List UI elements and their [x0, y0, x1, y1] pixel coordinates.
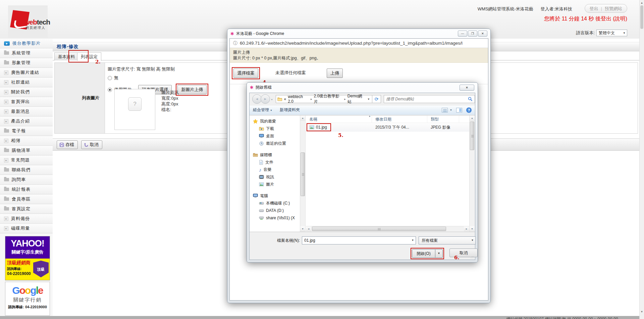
search-input[interactable]	[386, 97, 468, 101]
sidebar-item-newsletter[interactable]: 電子報	[0, 126, 53, 136]
sidebar-item-social-links[interactable]: ▸社群連結	[0, 78, 53, 87]
sidebar-item-members[interactable]: 會員專區	[0, 194, 53, 204]
organize-menu[interactable]: 組合管理▼	[253, 107, 272, 113]
tree-item-music[interactable]: ♪音樂	[250, 166, 300, 173]
scroll-down-icon[interactable]: ▼	[640, 310, 644, 314]
scroll-right-icon[interactable]: ►	[464, 226, 469, 231]
search-box[interactable]	[384, 95, 475, 103]
minimize-button[interactable]: —	[458, 31, 467, 37]
column-header-date[interactable]: 修改日期	[372, 116, 427, 123]
radio-none[interactable]	[108, 76, 112, 80]
back-button[interactable]: ◄	[252, 94, 262, 104]
dialog-title-bar[interactable]: ✱ 開啟舊檔	[247, 83, 478, 92]
scroll-down-icon[interactable]: ▼	[300, 226, 305, 232]
history-dropdown-icon[interactable]: ▼	[271, 98, 273, 104]
file-list-hscrollbar[interactable]: ◄ ►	[306, 226, 469, 232]
sidebar-item-statistics[interactable]: 統計報表	[0, 185, 53, 194]
open-dropdown-icon[interactable]: ▼	[435, 249, 443, 258]
sidebar-item-ad-links[interactable]: ▸廣告圖片連結	[0, 68, 53, 78]
tree-item-videos[interactable]: 視訊	[250, 173, 300, 181]
sidebar-item-about[interactable]: ▸關於我們	[0, 87, 53, 97]
tab-basic-info[interactable]: 基本資料	[54, 52, 78, 60]
sidebar-item-tutorial-videos[interactable]: ▶後台教學影片	[0, 39, 53, 48]
refresh-button[interactable]: ⟳	[372, 95, 381, 103]
tree-scrollbar-thumb[interactable]	[301, 152, 305, 196]
tree-item-network-share-x[interactable]: share (\\fs01) (X	[250, 214, 300, 222]
save-button[interactable]: 存檔	[57, 140, 78, 149]
arrow-right-icon: ▸	[4, 80, 8, 85]
tree-item-pictures[interactable]: 圖片	[250, 181, 300, 188]
file-list-scrollbar-thumb[interactable]	[470, 122, 474, 150]
tree-item-recent-places[interactable]: 最近的位置	[250, 140, 300, 147]
column-header-type[interactable]: 類型	[427, 116, 459, 123]
file-type-filter-select[interactable]: 所有檔案 ▼	[419, 236, 476, 244]
preview-pane-icon[interactable]	[456, 108, 462, 112]
page-scrollbar-thumb[interactable]	[640, 5, 643, 29]
sidebar-item-contact[interactable]: 聯絡我們	[0, 165, 53, 175]
sidebar-item-system[interactable]: 系統管理	[0, 48, 53, 58]
scroll-left-icon[interactable]: ◄	[306, 226, 311, 231]
page-scrollbar[interactable]: ▲ ▼	[639, 0, 644, 319]
column-header-name[interactable]: 名稱	[306, 116, 372, 123]
help-icon[interactable]: ?	[466, 107, 472, 113]
scroll-up-icon[interactable]: ▲	[300, 116, 305, 121]
tree-group-computer[interactable]: 電腦	[250, 192, 300, 199]
tree-item-downloads[interactable]: 下載	[250, 125, 300, 132]
sidebar-item-home-settings[interactable]: 首頁設定	[0, 204, 53, 214]
yahoo-ad-banner[interactable]: YAHOO! 關鍵字/原生廣告 頂級經銷商 諮詢專線: 04-22019000 …	[5, 236, 50, 280]
cancel-button[interactable]: 取消	[81, 140, 102, 149]
filename-combobox[interactable]: ▼	[302, 236, 416, 244]
maximize-button[interactable]: ❐	[468, 31, 477, 37]
language-select[interactable]: 繁體中文 ▼	[596, 30, 627, 36]
file-row-01jpg[interactable]: 01.jpg 2015/7/3 下午 04... JPEG 影像 5.	[306, 123, 469, 132]
upload-button[interactable]: 上傳	[327, 69, 343, 78]
tree-group-favorites[interactable]: 我的最愛	[250, 118, 300, 125]
hscrollbar-thumb[interactable]	[312, 227, 446, 231]
sidebar-item-album[interactable]: ▸相簿	[0, 136, 53, 146]
tree-item-desktop[interactable]: 桌面	[250, 132, 300, 140]
sidebar-item-inquiry-cart[interactable]: 詢問車	[0, 175, 53, 185]
filename-input[interactable]	[302, 238, 410, 243]
new-image-upload-button[interactable]: 新圖片上傳	[177, 85, 207, 94]
dialog-close-button[interactable]: ✕	[460, 85, 474, 91]
sidebar-item-products[interactable]: ▸產品介紹	[0, 117, 53, 126]
tree-item-data-disk-d[interactable]: DATA (D:)	[250, 207, 300, 214]
scroll-up-icon[interactable]: ▲	[470, 116, 475, 121]
tree-item-documents[interactable]: 文件	[250, 158, 300, 166]
sidebar-item-disk-usage[interactable]: ▸磁碟用量	[0, 224, 53, 233]
sidebar-item-backup[interactable]: ▸資料備份	[0, 214, 53, 224]
close-button[interactable]: ✕	[478, 31, 487, 37]
google-ad-banner[interactable]: Google 關鍵字行銷 諮詢專線: 04-22019000	[5, 282, 50, 316]
scroll-down-icon[interactable]: ▼	[470, 226, 475, 232]
logout-button[interactable]: 登出	[590, 6, 598, 11]
forward-button[interactable]: ►	[261, 94, 270, 104]
system-title: WMS網站管理系統-米洛花藝	[478, 6, 533, 11]
choose-file-button[interactable]: 選擇檔案	[233, 69, 258, 78]
scroll-up-icon[interactable]: ▲	[640, 1, 644, 5]
tree-group-libraries[interactable]: 媒體櫃	[250, 151, 300, 158]
open-button[interactable]: 開啟(O)	[412, 249, 435, 258]
sidebar-item-shopping-list[interactable]: 購物清單	[0, 146, 53, 155]
session-help-link[interactable]: (說明)	[613, 16, 627, 21]
breadcrumb-item-root[interactable]: webtech 2.0	[288, 94, 309, 104]
sidebar-item-home-popup[interactable]: ▸首頁彈出	[0, 97, 53, 107]
tree-scrollbar[interactable]: ▲ ▼	[300, 116, 306, 232]
preview-site-button[interactable]: 預覽網站	[605, 6, 622, 11]
new-folder-button[interactable]: 新增資料夾	[280, 107, 300, 113]
sidebar-item-image-mgmt[interactable]: 形象管理	[0, 58, 53, 68]
sidebar-item-faq[interactable]: ▸常見問題	[0, 155, 53, 165]
breadcrumb-item-parent[interactable]: 2.0後台教學影片	[314, 93, 342, 105]
resize-grip-icon[interactable]: .::	[470, 256, 474, 259]
chevron-down-icon[interactable]: ▼	[410, 237, 416, 244]
tree-item-local-disk-c[interactable]: 本機磁碟 (C:)	[250, 199, 300, 207]
popup-url-bar[interactable]: ⓘ 60.249.71.6/~webtech2/webadmin/include…	[230, 39, 488, 48]
popup-title-bar[interactable]: ✱ 米洛花藝 - Google Chrome	[227, 29, 490, 38]
radio-use-image[interactable]	[108, 88, 112, 92]
file-list-scrollbar[interactable]: ▲ ▼	[469, 116, 475, 232]
breadcrumb[interactable]: « webtech 2.0 ▸ 2.0後台教學影片 ▸ Demo網站 ▼	[276, 95, 372, 103]
sidebar-item-news[interactable]: ▸最新消息	[0, 107, 53, 117]
view-mode-button[interactable]: ▼	[442, 108, 452, 112]
breadcrumb-dropdown-icon[interactable]: ▼	[367, 98, 371, 101]
breadcrumb-item-current[interactable]: Demo網站	[347, 93, 366, 105]
file-name-cell[interactable]: 01.jpg	[308, 124, 328, 130]
